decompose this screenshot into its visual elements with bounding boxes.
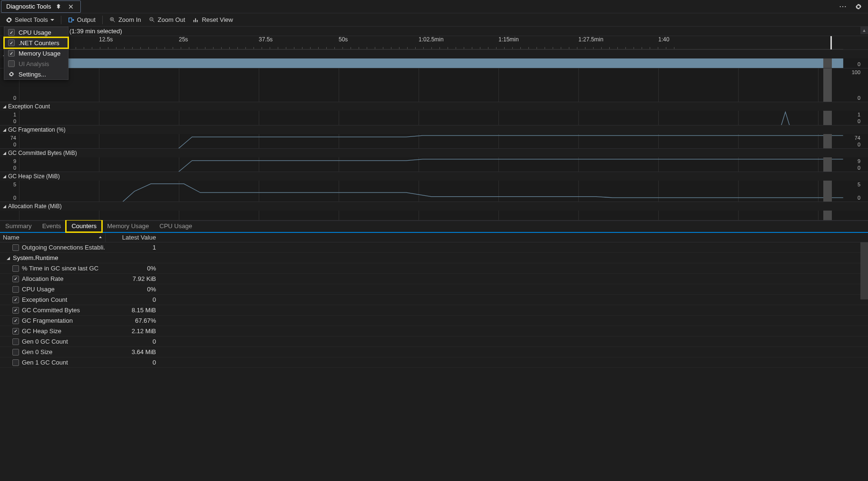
ruler-tick-label: 37.5s (259, 36, 273, 44)
reset-view-button[interactable]: Reset View (190, 14, 236, 26)
swimlane-title[interactable]: ◢GC Fragmentation (%) (0, 125, 868, 134)
zoom-in-button[interactable]: Zoom In (107, 14, 144, 26)
swimlane[interactable]: ◢ors)00 (0, 49, 868, 68)
select-tools-menu: ✓CPU Usage✓.NET Counters✓Memory UsageUI … (4, 27, 68, 80)
checkbox[interactable]: ✓ (12, 328, 19, 335)
checkbox[interactable] (12, 244, 19, 251)
toolbar: Select Tools Output Zoom In Zoom Out Res… (0, 13, 868, 27)
output-button[interactable]: Output (65, 14, 98, 26)
caret-down-icon[interactable]: ◢ (7, 256, 10, 260)
gear-icon[interactable] (854, 2, 863, 11)
caret-down-icon: ◢ (3, 174, 6, 179)
tab-events[interactable]: Events (37, 220, 67, 232)
counter-row[interactable]: ✓GC Committed Bytes8.15 MiB (0, 305, 868, 316)
counter-row[interactable]: Outgoing Connections Establi...1 (0, 242, 868, 253)
ruler-cursor[interactable] (830, 36, 832, 49)
lower-tab-bar: SummaryEventsCountersMemory UsageCPU Usa… (0, 221, 868, 233)
close-icon[interactable] (66, 2, 76, 11)
checkbox[interactable] (12, 286, 19, 293)
scrollbar-up-icon[interactable]: ▲ (860, 27, 868, 34)
ruler-tick-label: 12.5s (99, 36, 113, 44)
counter-row[interactable]: Gen 0 Size3.64 MiB (0, 347, 868, 357)
checkbox[interactable] (12, 349, 19, 356)
y-axis-right: 0 (844, 58, 862, 68)
swimlane-plot[interactable] (19, 157, 843, 172)
swimlane[interactable]: ◢Exception Count1010 (0, 102, 868, 125)
checkbox[interactable]: ✓ (12, 276, 19, 282)
y-axis-left: 50 (0, 181, 18, 202)
counter-group-row[interactable]: ◢System.Runtime (0, 253, 868, 263)
counter-label: System.Runtime (13, 254, 58, 261)
counter-value-cell: 0 (106, 338, 159, 345)
selection-marker[interactable] (823, 181, 832, 202)
title-row: Diagnostic Tools ⋯ (0, 0, 868, 13)
swimlane-title[interactable]: ◢GC Heap Size (MiB) (0, 172, 868, 181)
scrollbar-thumb[interactable] (860, 242, 868, 299)
title-right: ⋯ (839, 2, 868, 11)
checkbox-icon: ✓ (8, 39, 15, 46)
panel-tab-diagnostic-tools[interactable]: Diagnostic Tools (1, 0, 81, 13)
counter-name-cell: ✓Exception Count (0, 296, 106, 303)
counter-row[interactable]: ✓GC Heap Size2.12 MiB (0, 326, 868, 337)
checkbox[interactable] (12, 359, 19, 366)
swimlane-plot[interactable] (19, 134, 843, 148)
selection-marker[interactable] (823, 211, 832, 220)
menu-item-memory-usage[interactable]: ✓Memory Usage (4, 48, 68, 58)
y-axis-left: 740 (0, 134, 18, 148)
selection-marker[interactable] (823, 58, 832, 68)
checkbox[interactable] (12, 265, 19, 272)
swimlane-title[interactable]: ◢Exception Count (0, 102, 868, 111)
selection-marker[interactable] (823, 68, 832, 102)
counter-label: Allocation Rate (22, 275, 63, 282)
tab-memory-usage[interactable]: Memory Usage (102, 220, 154, 232)
timeline-ruler[interactable]: 12.5s25s37.5s50s1:02.5min1:15min1:27.5mi… (19, 36, 843, 49)
header-name[interactable]: Name (0, 233, 106, 242)
panel-title: Diagnostic Tools (6, 3, 51, 10)
counter-row[interactable]: Gen 1 GC Count0 (0, 357, 868, 368)
swimlane[interactable]: ◢GC Fragmentation (%)740740 (0, 125, 868, 148)
selection-marker[interactable] (823, 157, 832, 172)
swimlane-title[interactable]: ◢ors) (0, 50, 868, 58)
counter-row[interactable]: ✓GC Fragmentation67.67% (0, 316, 868, 326)
menu-item-settings[interactable]: Settings... (4, 69, 68, 79)
tab-label: Memory Usage (107, 222, 149, 230)
swimlane[interactable]: 01000 (0, 68, 868, 102)
swimlane-title[interactable]: ◢GC Committed Bytes (MiB) (0, 149, 868, 157)
checkbox[interactable]: ✓ (12, 297, 19, 303)
counter-row[interactable]: % Time in GC since last GC0% (0, 263, 868, 274)
counter-label: GC Heap Size (22, 327, 61, 335)
swimlane-plot[interactable] (19, 68, 843, 102)
selection-marker[interactable] (823, 111, 832, 125)
swimlane-plot[interactable] (19, 111, 843, 125)
menu-item-cpu-usage[interactable]: ✓CPU Usage (4, 27, 68, 38)
swimlane[interactable]: ◢GC Committed Bytes (MiB)9090 (0, 148, 868, 172)
swimlane-plot[interactable] (19, 181, 843, 202)
swimlane[interactable]: ◢Allocation Rate (MiB) (0, 202, 868, 220)
tab-counters[interactable]: Counters (66, 220, 102, 232)
counter-row[interactable]: ✓Allocation Rate7.92 KiB (0, 274, 868, 284)
counter-row[interactable]: CPU Usage0% (0, 284, 868, 295)
zoom-out-button[interactable]: Zoom Out (146, 14, 188, 26)
swimlane[interactable]: ◢GC Heap Size (MiB)5050 (0, 172, 868, 202)
menu-item-label: Settings... (19, 71, 46, 78)
checkbox[interactable]: ✓ (12, 317, 19, 324)
header-latest-value[interactable]: Latest Value (106, 233, 159, 242)
swimlane-title[interactable]: ◢Allocation Rate (MiB) (0, 202, 868, 211)
swimlane-plot[interactable] (19, 58, 843, 68)
tab-cpu-usage[interactable]: CPU Usage (154, 220, 197, 232)
more-icon[interactable]: ⋯ (839, 2, 848, 11)
swimlane-plot[interactable] (19, 211, 843, 220)
counter-row[interactable]: ✓Exception Count0 (0, 295, 868, 305)
tab-summary[interactable]: Summary (0, 220, 37, 232)
counter-row[interactable]: Gen 0 GC Count0 (0, 337, 868, 347)
select-tools-button[interactable]: Select Tools (3, 14, 57, 26)
menu-item--net-counters[interactable]: ✓.NET Counters (4, 38, 68, 48)
checkbox[interactable]: ✓ (12, 307, 19, 314)
selection-marker[interactable] (823, 134, 832, 148)
counter-name-cell: ◢System.Runtime (0, 254, 106, 261)
checkbox[interactable] (12, 338, 19, 345)
ruler-tick-label: 1:15min (498, 36, 519, 44)
y-axis-left: 90 (0, 157, 18, 172)
pin-icon[interactable] (54, 2, 63, 11)
menu-item-label: UI Analysis (19, 60, 49, 67)
